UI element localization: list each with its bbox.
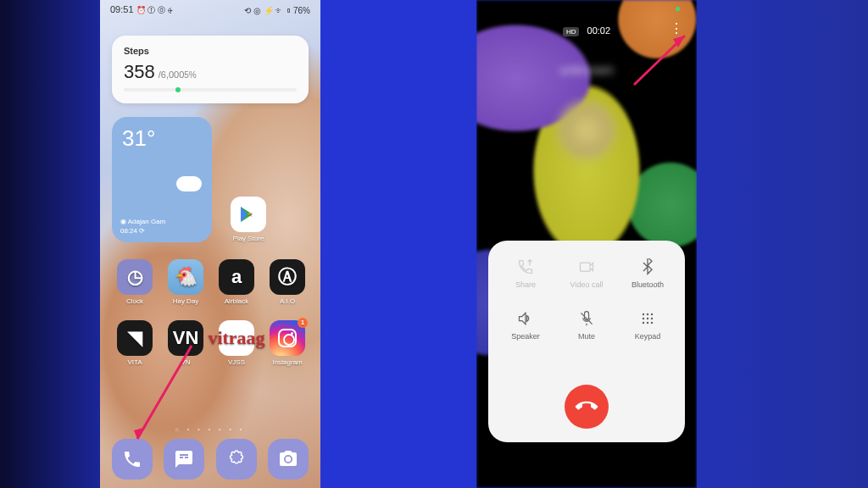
- steps-value: 358: [124, 61, 155, 83]
- steps-progress: [124, 88, 297, 92]
- video-call-button[interactable]: Video call: [556, 258, 617, 289]
- mute-icon: [556, 309, 617, 328]
- app-airblack[interactable]: a Airblack: [219, 259, 254, 305]
- status-time: 09:51 ⏰ ⓕ ⓞ ⨭: [110, 4, 175, 16]
- weather-location: ◉ Adajan Gam: [120, 218, 165, 226]
- share-button[interactable]: Share: [495, 258, 556, 289]
- app-aio[interactable]: Ⓐ A.I.O: [270, 259, 305, 305]
- playstore-icon: [231, 197, 266, 232]
- vita-icon: ◥: [117, 320, 153, 356]
- svg-point-7: [643, 318, 645, 320]
- weather-time: 08:24 ⟳: [120, 227, 165, 236]
- call-header: HD 00:02: [476, 25, 697, 36]
- call-duration: 00:02: [587, 25, 611, 36]
- mute-button[interactable]: Mute: [556, 309, 617, 341]
- instagram-icon: 1: [270, 320, 305, 356]
- caller-name: unknown: [476, 63, 697, 78]
- dock-gallery[interactable]: [216, 439, 257, 480]
- app-vita[interactable]: ◥ VITA: [117, 320, 153, 366]
- svg-point-10: [643, 322, 645, 324]
- call-controls-panel: Share Video call Bluetooth Speaker Mute …: [488, 241, 685, 442]
- clock-icon: ◷: [117, 259, 153, 295]
- bluetooth-icon: [617, 258, 678, 276]
- app-vjss[interactable]: vitraag VJSS: [219, 320, 254, 366]
- airblack-icon: a: [219, 259, 254, 295]
- keypad-icon: [617, 309, 678, 328]
- speaker-button[interactable]: Speaker: [495, 309, 556, 341]
- svg-point-6: [651, 313, 654, 316]
- phone-home-screen: 09:51 ⏰ ⓕ ⓞ ⨭ ⟲ ◎ ⚡ ᯤ ▯ 76% Steps 358 /6…: [100, 0, 320, 488]
- video-icon: [556, 258, 617, 276]
- dock: [100, 439, 320, 480]
- caller-avatar: [558, 102, 615, 159]
- vn-icon: VN: [168, 320, 203, 356]
- status-bar: 09:51 ⏰ ⓕ ⓞ ⨭ ⟲ ◎ ⚡ ᯤ ▯ 76%: [100, 0, 320, 20]
- status-right: ⟲ ◎ ⚡ ᯤ ▯ 76%: [244, 6, 310, 15]
- steps-percent: 5%: [184, 70, 196, 80]
- privacy-indicator: [676, 7, 680, 11]
- speaker-icon: [495, 309, 556, 328]
- dock-phone[interactable]: [112, 439, 153, 480]
- end-call-button[interactable]: [565, 385, 609, 429]
- app-clock[interactable]: ◷ Clock: [117, 259, 153, 305]
- more-options-button[interactable]: ⋮: [670, 27, 683, 30]
- hayday-icon: 🐔: [168, 259, 203, 295]
- weather-temp: 31°: [122, 125, 202, 152]
- phone-call-screen: HD 00:02 ⋮ unknown Share Video call Blue…: [476, 0, 697, 488]
- keypad-button[interactable]: Keypad: [617, 309, 678, 341]
- page-indicator: ⌂ • • • • • •: [100, 426, 320, 432]
- svg-point-9: [651, 318, 654, 320]
- weather-widget[interactable]: 31° ◉ Adajan Gam 08:24 ⟳: [112, 117, 212, 242]
- app-playstore[interactable]: Play Store: [231, 197, 266, 242]
- svg-point-11: [647, 322, 649, 324]
- svg-point-8: [647, 318, 649, 320]
- app-vn[interactable]: VN VN: [168, 320, 203, 366]
- svg-point-12: [651, 322, 654, 324]
- steps-goal: /6,000: [159, 69, 185, 80]
- dock-messages[interactable]: [164, 439, 204, 480]
- hd-badge: HD: [563, 27, 580, 36]
- app-instagram[interactable]: 1 Instagram: [270, 320, 305, 366]
- svg-point-4: [643, 313, 645, 316]
- svg-point-5: [647, 313, 649, 316]
- app-hayday[interactable]: 🐔 Hay Day: [168, 259, 203, 305]
- weather-icon: [176, 176, 202, 191]
- dock-camera[interactable]: [268, 439, 309, 480]
- vjss-icon: vitraag: [219, 320, 254, 356]
- share-icon: [495, 258, 556, 276]
- aio-icon: Ⓐ: [270, 259, 305, 295]
- steps-widget[interactable]: Steps 358 /6,000 5%: [112, 36, 309, 103]
- bluetooth-button[interactable]: Bluetooth: [617, 258, 678, 289]
- steps-title: Steps: [124, 46, 297, 56]
- notification-badge: 1: [298, 318, 308, 328]
